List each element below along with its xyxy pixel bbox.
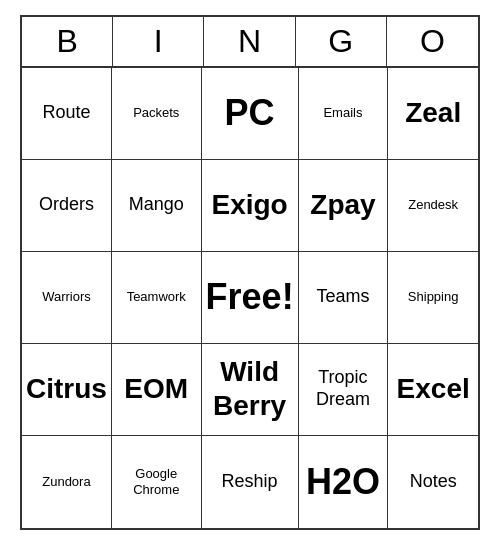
header-letter: B <box>22 17 113 66</box>
bingo-cell: EOM <box>112 344 202 436</box>
header-letter: I <box>113 17 204 66</box>
cell-text: Teams <box>316 286 369 308</box>
cell-text: Emails <box>323 105 362 121</box>
bingo-grid: RoutePacketsPCEmailsZealOrdersMangoExigo… <box>22 68 478 528</box>
bingo-cell: GoogleChrome <box>112 436 202 528</box>
bingo-cell: Emails <box>299 68 389 160</box>
bingo-cell: Zendesk <box>388 160 478 252</box>
bingo-cell: Packets <box>112 68 202 160</box>
cell-text: Free! <box>206 275 294 318</box>
cell-text: Zpay <box>310 188 375 222</box>
header-letter: N <box>204 17 295 66</box>
cell-text: Excel <box>397 372 470 406</box>
cell-text: Reship <box>222 471 278 493</box>
cell-text: Notes <box>410 471 457 493</box>
bingo-cell: Free! <box>202 252 299 344</box>
bingo-cell: WildBerry <box>202 344 299 436</box>
cell-text: Zeal <box>405 96 461 130</box>
header-letter: O <box>387 17 478 66</box>
bingo-cell: Teams <box>299 252 389 344</box>
cell-text: Mango <box>129 194 184 216</box>
bingo-card: BINGO RoutePacketsPCEmailsZealOrdersMang… <box>20 15 480 530</box>
cell-text: WildBerry <box>213 355 286 422</box>
bingo-cell: Route <box>22 68 112 160</box>
bingo-cell: Excel <box>388 344 478 436</box>
bingo-cell: Zeal <box>388 68 478 160</box>
cell-text: Orders <box>39 194 94 216</box>
bingo-cell: TropicDream <box>299 344 389 436</box>
cell-text: Teamwork <box>127 289 186 305</box>
bingo-header: BINGO <box>22 17 478 68</box>
cell-text: PC <box>225 91 275 134</box>
bingo-cell: Exigo <box>202 160 299 252</box>
bingo-cell: Orders <box>22 160 112 252</box>
cell-text: Warriors <box>42 289 91 305</box>
cell-text: Exigo <box>211 188 287 222</box>
bingo-cell: Zpay <box>299 160 389 252</box>
bingo-cell: PC <box>202 68 299 160</box>
cell-text: Packets <box>133 105 179 121</box>
cell-text: TropicDream <box>316 367 370 410</box>
cell-text: Route <box>42 102 90 124</box>
cell-text: GoogleChrome <box>133 466 179 497</box>
bingo-cell: Citrus <box>22 344 112 436</box>
cell-text: Zendesk <box>408 197 458 213</box>
bingo-cell: Teamwork <box>112 252 202 344</box>
bingo-cell: Zundora <box>22 436 112 528</box>
bingo-cell: Warriors <box>22 252 112 344</box>
bingo-cell: Notes <box>388 436 478 528</box>
header-letter: G <box>296 17 387 66</box>
cell-text: Shipping <box>408 289 459 305</box>
bingo-cell: H2O <box>299 436 389 528</box>
bingo-cell: Reship <box>202 436 299 528</box>
cell-text: EOM <box>124 372 188 406</box>
cell-text: Zundora <box>42 474 90 490</box>
cell-text: Citrus <box>26 372 107 406</box>
bingo-cell: Shipping <box>388 252 478 344</box>
cell-text: H2O <box>306 460 380 503</box>
bingo-cell: Mango <box>112 160 202 252</box>
